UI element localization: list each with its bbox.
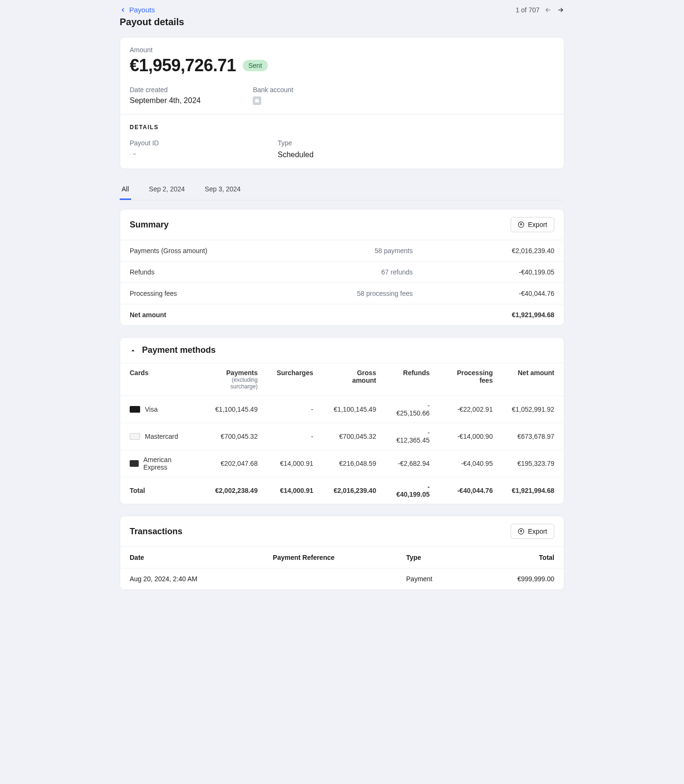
bank-icon: [253, 96, 261, 105]
page-title: Payout details: [120, 17, 564, 28]
payout-id-value: · –: [130, 151, 159, 157]
payment-methods-toggle[interactable]: Payment methods: [120, 338, 564, 363]
summary-title: Summary: [130, 220, 169, 230]
cell-gross: €700,045.32: [323, 423, 385, 450]
amount-label: Amount: [130, 46, 554, 54]
cell-surcharges: -: [267, 423, 323, 450]
tab-sep-3[interactable]: Sep 3, 2024: [203, 180, 243, 200]
col-cards: Cards: [120, 363, 199, 396]
summary-value: €2,016,239.40: [413, 247, 554, 255]
cell-surcharges: €14,000.91: [267, 450, 323, 477]
chevron-left-icon: [120, 7, 126, 13]
table-row: Mastercard €700,045.32 - €700,045.32 -€1…: [120, 423, 564, 450]
summary-row-net: Net amount €1,921,994.68: [120, 304, 564, 325]
svg-marker-6: [132, 349, 135, 351]
summary-label: Payments (Gross amount): [130, 247, 271, 255]
summary-mid: 58 payments: [271, 247, 413, 255]
col-total: Total: [471, 547, 564, 568]
type-value: Scheduled: [277, 151, 314, 159]
cell-total: €999,999.00: [471, 568, 564, 590]
col-gross: Gross amount: [323, 363, 385, 396]
cell-payments: €1,100,145.49: [199, 396, 267, 423]
breadcrumb-label: Payouts: [129, 6, 155, 14]
type-label: Type: [277, 139, 314, 147]
cell-net: €195,323.79: [502, 450, 564, 477]
bank-account-label: Bank account: [253, 86, 293, 94]
export-label: Export: [528, 221, 547, 228]
cell-fees: -€4,040.95: [439, 450, 503, 477]
cell-refunds: -€12,365.45: [386, 423, 439, 450]
transactions-table: Date Payment Reference Type Total Aug 20…: [120, 547, 564, 590]
col-surcharges: Surcharges: [267, 363, 323, 396]
export-summary-button[interactable]: Export: [511, 217, 554, 232]
summary-mid: 67 refunds: [271, 268, 413, 276]
export-label: Export: [528, 528, 547, 535]
cell-net: €673,678.97: [502, 423, 564, 450]
transactions-card: Transactions Export Date Payment Referen…: [120, 516, 564, 590]
summary-value: €1,921,994.68: [413, 311, 554, 319]
mc-icon: [130, 433, 140, 440]
status-badge: Sent: [243, 60, 268, 71]
svg-rect-2: [255, 100, 259, 103]
col-date: Date: [120, 547, 263, 568]
cell-refunds: -€2,682.94: [386, 450, 439, 477]
summary-row-refunds: Refunds 67 refunds -€40,199.05: [120, 261, 564, 283]
export-icon: [518, 528, 524, 535]
total-label: Total: [120, 477, 199, 504]
caret-up-icon: [130, 347, 136, 354]
table-row: Visa €1,100,145.49 - €1,100,145.49 -€25,…: [120, 396, 564, 423]
summary-row-fees: Processing fees 58 processing fees -€40,…: [120, 283, 564, 304]
pager: 1 of 707: [515, 6, 564, 14]
date-created-label: Date created: [130, 86, 200, 94]
payment-methods-title: Payment methods: [142, 345, 216, 355]
cell-payments: €202,047.68: [199, 450, 267, 477]
payout-header-card: Amount €1,959,726.71 Sent Date created S…: [120, 37, 564, 169]
cell-type: Payment: [397, 568, 471, 590]
payment-methods-card: Payment methods Cards Payments(excluding…: [120, 337, 564, 504]
cell-payments: €700,045.32: [199, 423, 267, 450]
cell-gross: €216,048.59: [323, 450, 385, 477]
amex-icon: [130, 460, 139, 467]
table-row: American Express €202,047.68 €14,000.91 …: [120, 450, 564, 477]
cell-surcharges: -: [267, 396, 323, 423]
export-transactions-button[interactable]: Export: [511, 524, 554, 539]
cell-date: Aug 20, 2024, 2:40 AM: [120, 568, 263, 590]
pager-prev-button[interactable]: [544, 6, 552, 14]
summary-label: Processing fees: [130, 290, 271, 297]
summary-label: Net amount: [130, 311, 271, 319]
cell-ref: [263, 568, 397, 590]
brand-name: American Express: [143, 456, 190, 471]
export-icon: [518, 221, 524, 228]
cell-fees: -€22,002.91: [439, 396, 503, 423]
col-ref: Payment Reference: [263, 547, 397, 568]
tab-sep-2[interactable]: Sep 2, 2024: [147, 180, 187, 200]
pager-next-button[interactable]: [557, 6, 564, 14]
breadcrumb-back[interactable]: Payouts: [120, 6, 155, 14]
col-refunds: Refunds: [386, 363, 439, 396]
summary-value: -€40,044.76: [413, 290, 554, 297]
col-fees: Processing fees: [439, 363, 503, 396]
col-type: Type: [397, 547, 471, 568]
cell-fees: -€14,000.90: [439, 423, 503, 450]
summary-value: -€40,199.05: [413, 268, 554, 276]
date-tabs: All Sep 2, 2024 Sep 3, 2024: [120, 180, 564, 200]
col-net: Net amount: [502, 363, 564, 396]
cell-gross: €1,100,145.49: [323, 396, 385, 423]
details-heading: DETAILS: [130, 124, 554, 131]
svg-marker-3: [255, 99, 259, 100]
table-row-total: Total €2,002,238.49 €14,000.91 €2,016,23…: [120, 477, 564, 504]
summary-label: Refunds: [130, 268, 271, 276]
brand-name: Mastercard: [145, 433, 178, 440]
table-row[interactable]: Aug 20, 2024, 2:40 AM Payment €999,999.0…: [120, 568, 564, 590]
amount-value: €1,959,726.71: [130, 56, 236, 76]
cell-net: €1,052,991.92: [502, 396, 564, 423]
tab-all[interactable]: All: [120, 180, 131, 200]
summary-mid: 58 processing fees: [271, 290, 413, 297]
cell-refunds: -€25,150.66: [386, 396, 439, 423]
payment-methods-table: Cards Payments(excluding surcharge) Surc…: [120, 363, 564, 504]
col-payments: Payments(excluding surcharge): [199, 363, 267, 396]
transactions-title: Transactions: [130, 527, 182, 537]
visa-icon: [130, 406, 140, 413]
summary-row-payments: Payments (Gross amount) 58 payments €2,0…: [120, 240, 564, 261]
payout-id-label: Payout ID: [130, 139, 159, 147]
